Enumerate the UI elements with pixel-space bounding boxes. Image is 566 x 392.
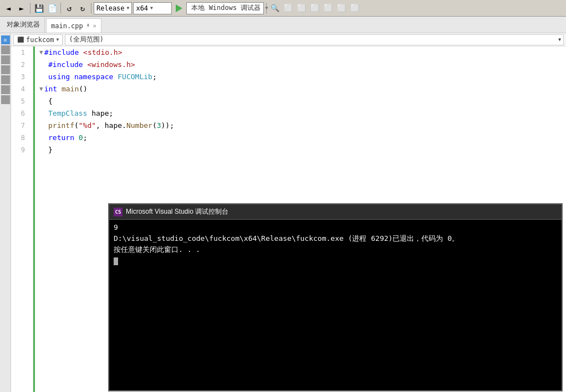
tool2-btn[interactable]: ⬜ bbox=[295, 2, 308, 14]
vs-icon-label: CS bbox=[115, 209, 121, 215]
arch-arrow: ▼ bbox=[150, 6, 153, 11]
config-label: Release bbox=[96, 4, 125, 12]
global-scope-dropdown[interactable]: (全局范围) bbox=[65, 34, 564, 45]
collapse-4[interactable]: ▼ bbox=[39, 83, 43, 95]
tab-bar: 对象浏览器 main.cpp 🖈 ✕ bbox=[0, 17, 566, 33]
sidebar-icon-5[interactable] bbox=[1, 75, 10, 84]
redo-btn[interactable]: ↻ bbox=[77, 2, 89, 14]
sidebar-icon-6[interactable] bbox=[1, 85, 10, 94]
play-icon bbox=[176, 4, 182, 12]
find-btn[interactable]: 🔍 bbox=[269, 2, 281, 14]
code-line-8: return 0 ; bbox=[39, 132, 566, 144]
indent-3 bbox=[39, 71, 48, 83]
indent-5 bbox=[39, 95, 48, 107]
code-ws-4 bbox=[57, 83, 62, 95]
code-kw-int: int bbox=[44, 83, 57, 95]
scope-bar: ⬛ fuckcom ▼ (全局范围) bbox=[11, 33, 566, 47]
indent-2 bbox=[39, 59, 48, 71]
arch-dropdown[interactable]: x64 ▼ bbox=[133, 2, 172, 14]
separator-4 bbox=[266, 3, 267, 14]
code-ws-3b bbox=[113, 71, 118, 83]
code-line-5: { bbox=[39, 95, 566, 107]
code-line-9: } bbox=[39, 144, 566, 156]
code-header-2: <windows.h> bbox=[87, 59, 135, 71]
undo-btn[interactable]: ↺ bbox=[63, 2, 75, 14]
line-num-9: 9 bbox=[11, 144, 28, 156]
indent-6 bbox=[39, 107, 48, 120]
code-fn-number: Number bbox=[126, 120, 152, 132]
code-line-4: ▼ int main () bbox=[39, 83, 566, 95]
code-kw-using: using bbox=[48, 71, 70, 83]
indent-8 bbox=[39, 132, 48, 144]
tool5-btn[interactable]: ⬜ bbox=[335, 2, 348, 14]
line-num-2: 2 bbox=[11, 59, 28, 71]
debug-target-label: 本地 Windows 调试器 bbox=[189, 3, 263, 13]
start-debug-btn[interactable] bbox=[173, 2, 185, 14]
code-semi-8: ; bbox=[83, 132, 88, 144]
indent-7 bbox=[39, 120, 48, 132]
debug-console-titlebar: CS Microsoft Visual Studio 调试控制台 bbox=[109, 204, 562, 220]
code-num-0: 0 bbox=[79, 132, 83, 144]
debug-console-body[interactable]: 9 D:\visual_studio_code\fuckcom\x64\Rele… bbox=[109, 220, 562, 390]
config-dropdown[interactable]: Release ▼ bbox=[94, 2, 132, 14]
sidebar-icon-3[interactable] bbox=[1, 55, 10, 64]
console-line-2: D:\visual_studio_code\fuckcom\x64\Releas… bbox=[114, 233, 557, 244]
code-line-1: ▼ #include <stdio.h> bbox=[39, 47, 566, 59]
nav-back-btn[interactable]: ◄ bbox=[2, 2, 14, 14]
code-fn-main: main bbox=[62, 83, 79, 95]
line-num-1: 1 bbox=[11, 47, 28, 59]
sidebar-icon-1[interactable]: ⊞ bbox=[1, 35, 10, 44]
tool1-btn[interactable]: ⬜ bbox=[282, 2, 294, 14]
code-fn-printf: printf bbox=[48, 120, 74, 132]
config-arrow: ▼ bbox=[127, 6, 130, 11]
code-paren-7c: )); bbox=[161, 120, 174, 132]
code-brace-5: { bbox=[48, 95, 53, 107]
tab-main-cpp[interactable]: main.cpp 🖈 ✕ bbox=[46, 18, 101, 33]
code-kw-namespace: namespace bbox=[74, 71, 113, 83]
line-num-6: 6 bbox=[11, 107, 28, 120]
code-include-1: #include bbox=[44, 47, 79, 59]
tool6-btn[interactable]: ⬜ bbox=[349, 2, 361, 14]
code-ws-1 bbox=[79, 47, 83, 59]
sidebar-icon-7[interactable] bbox=[1, 95, 10, 104]
project-scope-item[interactable]: ⬛ fuckcom ▼ bbox=[13, 34, 63, 45]
separator-2 bbox=[60, 3, 61, 14]
code-parens-4: () bbox=[79, 83, 88, 95]
tool4-btn[interactable]: ⬜ bbox=[322, 2, 334, 14]
code-header-1: <stdio.h> bbox=[83, 47, 122, 59]
collapse-1[interactable]: ▼ bbox=[39, 47, 43, 59]
nav-forward-btn[interactable]: ► bbox=[16, 2, 28, 14]
code-type-temp: TempClass bbox=[48, 107, 87, 120]
save-btn[interactable]: 💾 bbox=[33, 2, 45, 14]
tool3-btn[interactable]: ⬜ bbox=[309, 2, 321, 14]
console-line-1: 9 bbox=[114, 222, 557, 233]
scope-project-icon: ⬛ bbox=[17, 37, 24, 43]
sidebar-icon-4[interactable] bbox=[1, 65, 10, 74]
tab-filename: main.cpp bbox=[51, 22, 83, 30]
console-title: Microsoft Visual Studio 调试控制台 bbox=[126, 207, 228, 216]
code-paren-7a: ( bbox=[74, 120, 79, 132]
code-ws-6: hape; bbox=[87, 107, 113, 120]
code-include-2: #include bbox=[48, 59, 83, 71]
line-num-4: 4 bbox=[11, 83, 28, 95]
console-line-3: 按任意键关闭此窗口. . . bbox=[114, 244, 557, 255]
main-area: ⊞ ⬛ fuckcom ▼ (全局范围) 1 2 3 4 bbox=[0, 33, 566, 392]
tab-close-icon[interactable]: ✕ bbox=[93, 23, 96, 29]
code-brace-9: } bbox=[48, 144, 53, 156]
panel-label: 对象浏览器 bbox=[2, 17, 45, 33]
line-num-3: 3 bbox=[11, 71, 28, 83]
line-num-7: 7 bbox=[11, 120, 28, 132]
code-semi-3: ; bbox=[152, 71, 157, 83]
line-num-5: 5 bbox=[11, 95, 28, 107]
code-line-2: #include <windows.h> bbox=[39, 59, 566, 71]
separator-3 bbox=[91, 3, 91, 14]
debug-target-dropdown[interactable]: 本地 Windows 调试器 ▼ bbox=[186, 2, 264, 14]
global-scope-label: (全局范围) bbox=[69, 35, 103, 44]
arch-label: x64 bbox=[136, 4, 148, 12]
save-all-btn[interactable]: 📄 bbox=[46, 2, 58, 14]
sidebar-icon-2[interactable] bbox=[1, 45, 10, 54]
code-comma-7: , hape. bbox=[96, 120, 126, 132]
indent-9 bbox=[39, 144, 48, 156]
code-ws-2 bbox=[83, 59, 88, 71]
code-str-7: "%d" bbox=[79, 120, 96, 132]
